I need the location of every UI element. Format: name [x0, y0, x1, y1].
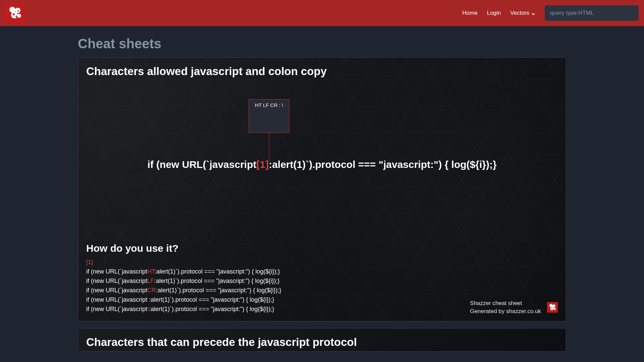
svg-point-4	[13, 13, 15, 15]
code-post: :alert(1)`).protocol === "javascript:") …	[269, 159, 496, 170]
svg-point-12	[553, 309, 554, 310]
page-content: Cheat sheets Characters allowed javascri…	[0, 26, 644, 352]
code-main: if (new URL(`javascript[1]:alert(1)`).pr…	[86, 159, 558, 170]
nav-vectors-label: Vectors	[510, 10, 529, 16]
nav-vectors[interactable]: Vectors	[510, 10, 535, 16]
example-line: if (new URL(`javascriptHT:alert(1)`).pro…	[86, 267, 558, 277]
nav-right: Home Login Vectors	[462, 5, 639, 21]
site-logo[interactable]	[5, 3, 25, 23]
tooltip-connector	[269, 133, 269, 162]
example-line: if (new URL(`javascriptLF:alert(1)`).pro…	[86, 277, 558, 286]
example-line: if (new URL(`javascriptCR:alert(1)`).pro…	[86, 286, 558, 295]
search-input[interactable]	[545, 5, 639, 21]
cheat-sheet-card-next: Characters that can precede the javascri…	[78, 328, 566, 352]
card2-title: Characters that can precede the javascri…	[86, 336, 558, 349]
navbar: Home Login Vectors	[0, 0, 644, 26]
card-footer: Shazzer cheat sheet Generated by shazzer…	[470, 299, 558, 315]
footer-line1: Shazzer cheat sheet	[470, 299, 541, 307]
svg-point-11	[551, 307, 552, 308]
card-title: Characters allowed javascript and colon …	[86, 65, 558, 78]
svg-point-5	[16, 16, 17, 17]
cheat-sheet-card: Characters allowed javascript and colon …	[78, 57, 566, 321]
svg-point-10	[553, 308, 556, 310]
nav-login[interactable]: Login	[487, 10, 501, 16]
page-title: Cheat sheets	[78, 36, 566, 51]
code-token: [1]	[256, 159, 269, 170]
logo-icon	[7, 5, 23, 21]
code-visual: HT LF CR : \ if (new URL(`javascript[1]:…	[86, 99, 558, 170]
svg-point-6	[17, 10, 19, 12]
howto-title: How do you use it?	[86, 243, 558, 254]
footer-logo	[547, 302, 558, 313]
chevron-down-icon	[531, 11, 535, 15]
code-pre: if (new URL(`javascript	[147, 159, 256, 170]
footer-line2: Generated by shazzer.co.uk	[470, 307, 541, 315]
nav-home[interactable]: Home	[462, 10, 477, 16]
logo-icon	[548, 303, 557, 312]
svg-point-3	[17, 14, 21, 18]
token-tooltip: HT LF CR : \	[249, 99, 289, 133]
example-marker: [1]	[86, 259, 558, 266]
